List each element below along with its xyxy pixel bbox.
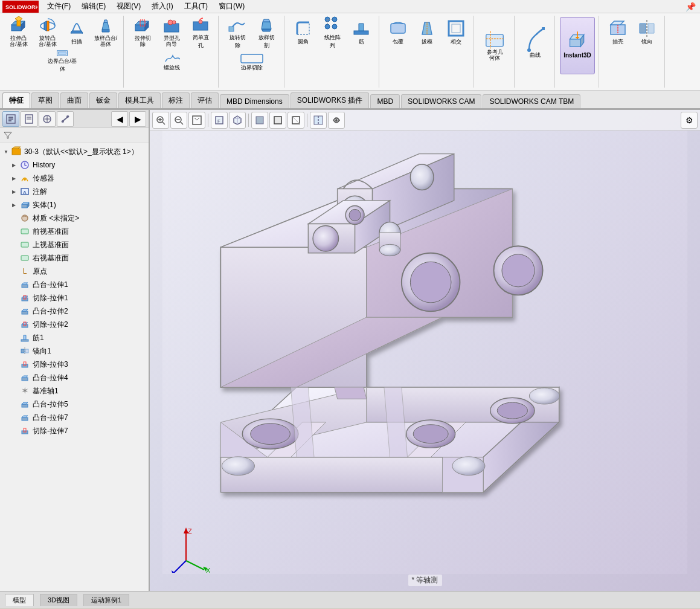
svg-marker-181 bbox=[335, 387, 367, 399]
menu-file[interactable]: 文件(F) bbox=[42, 0, 75, 13]
pin-icon[interactable]: 📌 bbox=[683, 0, 698, 14]
pvt-view-iso[interactable] bbox=[229, 112, 246, 129]
panel-nav-right[interactable]: ▶ bbox=[129, 111, 146, 127]
panel-nav-left[interactable]: ◀ bbox=[111, 111, 128, 127]
menu-insert[interactable]: 插入(I) bbox=[147, 0, 178, 13]
tab-mbd[interactable]: MBD bbox=[370, 94, 400, 108]
panel-btn-configmgr[interactable] bbox=[39, 111, 56, 127]
pattern-btn[interactable]: 线性阵列 bbox=[318, 17, 346, 47]
menu-view[interactable]: 视图(V) bbox=[112, 0, 146, 13]
svg-rect-79 bbox=[22, 204, 27, 208]
menu-window[interactable]: 窗口(W) bbox=[214, 0, 249, 13]
tree-item-solid[interactable]: ▶ 实体(1) bbox=[0, 198, 149, 211]
tab-mbd-dim[interactable]: MBD Dimensions bbox=[220, 94, 289, 108]
shell-btn[interactable]: 相交 bbox=[442, 17, 470, 47]
pvt-view-front[interactable]: F bbox=[211, 112, 228, 129]
mirror-btn[interactable]: 镜向 bbox=[633, 17, 661, 47]
sweep-cut-btn[interactable]: 旋转切除 bbox=[223, 17, 251, 47]
tab-sketch[interactable]: 草图 bbox=[31, 92, 59, 108]
tree-item-boss7[interactable]: ▶ 凸台-拉伸7 bbox=[0, 411, 149, 424]
status-tab-3dview[interactable]: 3D视图 bbox=[40, 594, 77, 606]
tab-features[interactable]: 特征 bbox=[2, 92, 30, 108]
pvt-options[interactable]: ⚙ bbox=[681, 112, 698, 129]
tree-item-boss2[interactable]: ▶ 凸台-拉伸2 bbox=[0, 304, 149, 318]
pvt-display-shaded[interactable] bbox=[251, 112, 268, 129]
menu-edit[interactable]: 编辑(E) bbox=[77, 0, 111, 13]
tree-item-boss5[interactable]: ▶ 凸台-拉伸5 bbox=[0, 398, 149, 411]
loft-boss-btn[interactable]: 放样凸台/基体 bbox=[92, 17, 120, 47]
curves-btn[interactable]: 曲线 bbox=[519, 17, 551, 74]
pvt-display-wireframe[interactable] bbox=[287, 112, 304, 129]
tree-item-cut1[interactable]: ▶ 切除-拉伸1 bbox=[0, 291, 149, 304]
tree-expand-material: ▶ bbox=[12, 216, 19, 221]
boundary-cut-btn[interactable]: 边界切除 bbox=[237, 50, 267, 75]
tree-item-cut7[interactable]: ▶ 切除-拉伸7 bbox=[0, 424, 149, 437]
tree-label-rib1: 筋1 bbox=[33, 333, 44, 343]
revolve-boss-btn[interactable]: 旋转凸台/基体 bbox=[34, 17, 62, 47]
viewport[interactable]: F bbox=[150, 110, 700, 591]
svg-marker-97 bbox=[24, 335, 26, 340]
extract-btn[interactable]: 抽壳 bbox=[604, 17, 632, 47]
tab-surface[interactable]: 曲面 bbox=[60, 92, 88, 108]
viewport-label: * 等轴测 bbox=[408, 575, 442, 586]
tree-item-front-plane[interactable]: ▶ 前视基准面 bbox=[0, 225, 149, 238]
panel-btn-dimmgr[interactable] bbox=[57, 111, 74, 127]
sw-logo: SOLIDWORKS bbox=[2, 1, 39, 13]
pvt-zoom-in[interactable] bbox=[152, 112, 169, 129]
svg-point-133 bbox=[335, 119, 338, 121]
tree-expand-top: ▶ bbox=[12, 242, 19, 248]
svg-marker-57 bbox=[648, 24, 654, 33]
tab-sw-plugins[interactable]: SOLIDWORKS 插件 bbox=[291, 92, 370, 108]
helix-btn[interactable]: 螺旋线 bbox=[156, 50, 187, 75]
tree-item-boss1[interactable]: ▶ 凸台-拉伸1 bbox=[0, 278, 149, 291]
tree-item-right-plane[interactable]: ▶ 右视基准面 bbox=[0, 251, 149, 265]
scan-btn[interactable]: 扫描 bbox=[63, 17, 91, 47]
tree-item-boss4[interactable]: ▶ 凸台-拉伸4 bbox=[0, 371, 149, 384]
svg-marker-36 bbox=[359, 24, 364, 31]
tree-item-top-plane[interactable]: ▶ 上视基准面 bbox=[0, 238, 149, 251]
pvt-sep2 bbox=[248, 114, 249, 127]
tree-root[interactable]: ▼ 30-3（默认<<默认>_显示状态 1>） bbox=[0, 145, 149, 158]
svg-point-169 bbox=[502, 254, 535, 287]
tab-evaluate[interactable]: 评估 bbox=[191, 92, 219, 108]
revolve-cut-btn[interactable]: 简单直孔 bbox=[187, 17, 214, 47]
tab-annotation[interactable]: 标注 bbox=[162, 92, 190, 108]
wrap-btn[interactable]: 包覆 bbox=[384, 17, 412, 47]
tab-sw-cam-tbm[interactable]: SOLIDWORKS CAM TBM bbox=[483, 94, 580, 108]
pvt-section-view[interactable] bbox=[310, 112, 327, 129]
tree-item-cut3[interactable]: ▶ 切除-拉伸3 bbox=[0, 358, 149, 371]
tree-item-axis1[interactable]: ▶ ✶ 基准轴1 bbox=[0, 384, 149, 398]
edge-boss-btn[interactable]: 边界凸台/基体 bbox=[47, 48, 77, 74]
pvt-display-edges[interactable] bbox=[269, 112, 286, 129]
extrude-cut-btn[interactable]: 拉伸切除 bbox=[129, 17, 156, 47]
tab-sw-cam[interactable]: SOLIDWORKS CAM bbox=[401, 94, 481, 108]
instant3d-btn[interactable]: Instant3D bbox=[560, 17, 595, 74]
pvt-zoom-fit[interactable] bbox=[188, 112, 205, 129]
tree-item-rib1[interactable]: ▶ 筋1 bbox=[0, 331, 149, 344]
pvt-zoom-out[interactable] bbox=[170, 112, 187, 129]
fillet-btn[interactable]: 圆角 bbox=[289, 17, 317, 47]
loft-cut-btn[interactable]: 放样切割 bbox=[252, 17, 280, 47]
pvt-hide-show[interactable] bbox=[328, 112, 345, 129]
status-tab-model[interactable]: 模型 bbox=[5, 594, 34, 606]
draft-btn[interactable]: 拔模 bbox=[413, 17, 441, 47]
tab-sheet-metal[interactable]: 钣金 bbox=[89, 92, 117, 108]
status-tab-motion[interactable]: 运动算例1 bbox=[83, 594, 129, 606]
menu-tools[interactable]: 工具(T) bbox=[179, 0, 213, 13]
tree-item-history[interactable]: ▶ History bbox=[0, 158, 149, 172]
panel-btn-propmgr[interactable] bbox=[21, 111, 37, 127]
tree-item-sensors[interactable]: ▶ 传感器 bbox=[0, 172, 149, 185]
toolbar-group-ref: 参考几何体 bbox=[475, 16, 515, 88]
tree-item-cut2[interactable]: ▶ 切除-拉伸2 bbox=[0, 318, 149, 331]
tab-mold[interactable]: 模具工具 bbox=[118, 92, 161, 108]
panel-btn-featuretree[interactable] bbox=[2, 111, 19, 127]
extrude-boss-btn[interactable]: 拉伸凸台/基体 bbox=[5, 17, 33, 47]
ref-geometry-btn[interactable]: 参考几何体 bbox=[479, 17, 510, 74]
tree-expand-boss1: ▶ bbox=[12, 282, 19, 288]
weird-cut-btn[interactable]: 异型孔向导 bbox=[158, 17, 185, 47]
tree-item-origin[interactable]: ▶ L 原点 bbox=[0, 265, 149, 278]
tree-item-mirror1[interactable]: ▶ 镜向1 bbox=[0, 344, 149, 358]
rib-btn[interactable]: 筋 bbox=[347, 17, 375, 47]
tree-item-material[interactable]: ▶ 材质 <未指定> bbox=[0, 211, 149, 225]
tree-item-annotations[interactable]: ▶ A 注解 bbox=[0, 185, 149, 198]
